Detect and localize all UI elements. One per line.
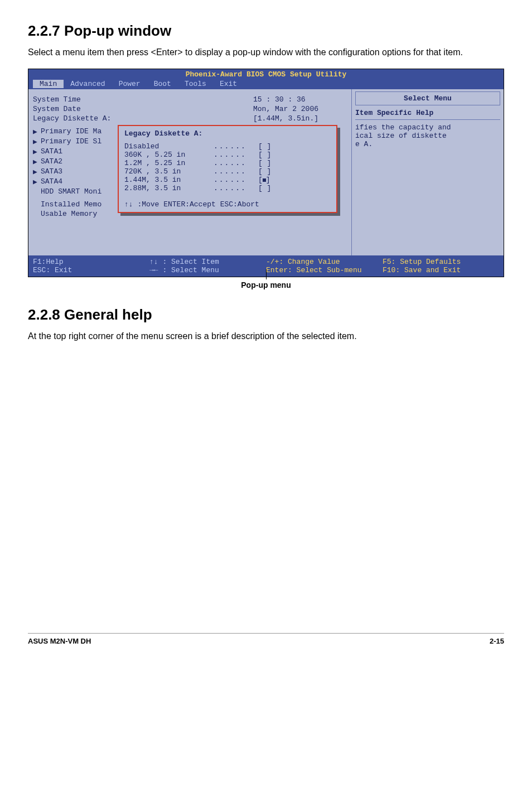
- bios-menu-bar: Main Advanced Power Boot Tools Exit: [28, 80, 504, 89]
- tab-power[interactable]: Power: [112, 80, 147, 88]
- tab-boot[interactable]: Boot: [147, 80, 178, 88]
- submenu-marker-icon: ▶: [33, 147, 41, 156]
- caption-pointer-line: [266, 269, 267, 279]
- submenu-marker-icon: ▶: [33, 127, 41, 136]
- page-footer-left: ASUS M2N-VM DH: [28, 637, 91, 645]
- popup-nav-hint: ↑↓ :Move ENTER:Accept ESC:Abort: [124, 192, 331, 209]
- tab-advanced[interactable]: Advanced: [64, 80, 112, 88]
- footer-setup-defaults: F5: Setup Defaults: [383, 258, 499, 266]
- submenu-primary-ide-sl[interactable]: Primary IDE Sl: [41, 137, 101, 146]
- system-time-label: System Time: [33, 95, 253, 104]
- section-227-body: Select a menu item then press <Enter> to…: [28, 46, 504, 59]
- footer-esc: ESC: Exit: [33, 266, 149, 274]
- popup-window: Legacy Diskette A: Disabled......[ ] 360…: [118, 125, 337, 213]
- section-228-heading: 2.2.8 General help: [28, 306, 504, 323]
- help-text-line3: e A.: [355, 140, 500, 148]
- submenu-marker-icon: ▶: [33, 167, 41, 176]
- help-text-line1: ifies the capacity and: [355, 123, 500, 132]
- tab-exit[interactable]: Exit: [213, 80, 244, 88]
- footer-select-menu: →← : Select Menu: [149, 266, 266, 274]
- page-footer-right: 2-15: [490, 637, 504, 645]
- system-date-value[interactable]: Mon, Mar 2 2006: [253, 105, 348, 113]
- footer-select-item: ↑↓ : Select Item: [149, 258, 266, 266]
- submenu-marker-icon: ▶: [33, 177, 41, 186]
- usable-memory-label: Usable Memory: [41, 210, 97, 218]
- submenu-marker-icon: [33, 187, 41, 196]
- submenu-primary-ide-ma[interactable]: Primary IDE Ma: [41, 127, 101, 136]
- submenu-sata3[interactable]: SATA3: [41, 167, 62, 176]
- bios-right-panel: Select Menu Item Specific Help ifies the…: [351, 89, 504, 255]
- bios-title: Phoenix-Award BIOS CMOS Setup Utility: [28, 69, 504, 80]
- footer-change-value: -/+: Change Value: [266, 258, 383, 266]
- system-time-value[interactable]: 15 : 30 : 36: [253, 95, 348, 104]
- legacy-diskette-value[interactable]: [1.44M, 3.5in.]: [253, 114, 348, 123]
- popup-option-360k[interactable]: 360K , 5.25 in......[ ]: [124, 151, 331, 159]
- tab-tools[interactable]: Tools: [178, 80, 213, 88]
- tab-main[interactable]: Main: [33, 80, 64, 88]
- submenu-marker-icon: ▶: [33, 157, 41, 166]
- popup-option-2-88m[interactable]: 2.88M, 3.5 in......[ ]: [124, 184, 331, 192]
- bios-main-area: System Time 15 : 30 : 36 System Date Mon…: [28, 89, 504, 255]
- submenu-marker-icon: ▶: [33, 137, 41, 146]
- selected-marker-icon: [263, 178, 266, 182]
- popup-option-disabled[interactable]: Disabled......[ ]: [124, 142, 331, 151]
- submenu-sata2[interactable]: SATA2: [41, 157, 62, 166]
- popup-caption: Pop-up menu: [28, 281, 504, 289]
- submenu-sata1[interactable]: SATA1: [41, 147, 62, 156]
- system-date-label: System Date: [33, 105, 253, 113]
- select-menu-label: Select Menu: [355, 91, 500, 105]
- page-footer: ASUS M2N-VM DH 2-15: [28, 633, 504, 645]
- help-text-line2: ical size of diskette: [355, 132, 500, 140]
- footer-f1: F1:Help: [33, 258, 149, 266]
- section-227-heading: 2.2.7 Pop-up window: [28, 22, 504, 40]
- popup-title: Legacy Diskette A:: [124, 129, 331, 140]
- section-228-body: At the top right corner of the menu scre…: [28, 330, 504, 342]
- bios-left-panel: System Time 15 : 30 : 36 System Date Mon…: [28, 89, 351, 255]
- bios-window: Phoenix-Award BIOS CMOS Setup Utility Ma…: [28, 69, 504, 277]
- popup-option-1-44m[interactable]: 1.44M, 3.5 in......[]: [124, 176, 331, 184]
- item-specific-help-header: Item Specific Help: [355, 107, 500, 120]
- popup-option-720k[interactable]: 720K , 3.5 in......[ ]: [124, 167, 331, 176]
- submenu-sata4[interactable]: SATA4: [41, 177, 62, 186]
- legacy-diskette-label: Legacy Diskette A:: [33, 114, 253, 123]
- footer-enter-submenu: Enter: Select Sub-menu: [266, 266, 383, 274]
- popup-option-1-2m[interactable]: 1.2M , 5.25 in......[ ]: [124, 159, 331, 167]
- footer-save-exit: F10: Save and Exit: [383, 266, 499, 274]
- installed-memory-label: Installed Memo: [41, 200, 101, 209]
- submenu-hdd-smart[interactable]: HDD SMART Moni: [41, 187, 101, 196]
